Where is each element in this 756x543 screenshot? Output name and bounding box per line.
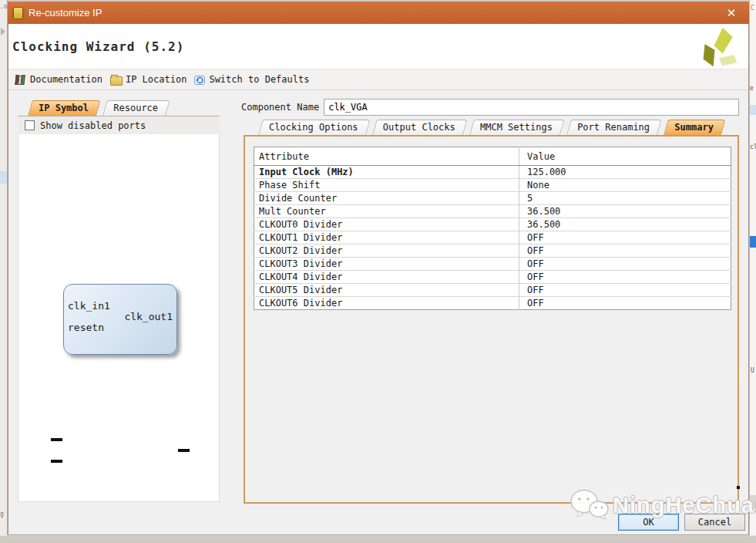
ip-symbol-canvas: clk_in1 resetn clk_out1 — [18, 134, 220, 502]
background-window-right-sliver: C e cl U — [749, 0, 756, 543]
tab-ip-symbol[interactable]: IP Symbol — [28, 100, 96, 116]
table-row[interactable]: CLKOUT0 Divider36.500 — [254, 218, 731, 231]
dialog-titlebar[interactable]: Re-customize IP ✕ — [8, 2, 749, 24]
show-disabled-ports-label: Show disabled ports — [40, 120, 146, 131]
bg-block-fragment — [750, 495, 756, 509]
folder-icon — [110, 76, 123, 86]
settings-tab-bar: Clocking Options Output Clocks MMCM Sett… — [258, 120, 722, 135]
show-disabled-ports-row: Show disabled ports — [18, 116, 220, 134]
dialog-title: Re-customize IP — [29, 7, 102, 19]
port-clk-out1: clk_out1 — [124, 311, 173, 322]
port-stub-resetn — [51, 460, 62, 463]
table-row[interactable]: Divide Counter5 — [254, 192, 731, 205]
cursor-dot — [737, 486, 740, 489]
table-row[interactable]: CLKOUT6 DividerOFF — [254, 297, 731, 310]
table-row[interactable]: Input Clock (MHz)125.000 — [254, 166, 731, 179]
left-tab-bar: IP Symbol Resource — [18, 100, 220, 116]
switch-to-defaults-label: Switch to Defaults — [209, 74, 309, 85]
ok-button[interactable]: OK — [618, 514, 679, 531]
refresh-icon — [194, 74, 206, 86]
tab-resource[interactable]: Resource — [102, 100, 166, 116]
table-row[interactable]: CLKOUT3 DividerOFF — [254, 258, 731, 271]
table-row[interactable]: CLKOUT1 DividerOFF — [254, 231, 731, 245]
recustomize-ip-dialog: Re-customize IP ✕ Clocking Wizard (5.2) … — [8, 2, 749, 535]
ip-chip-icon — [13, 7, 23, 19]
bg-text-fragment: C — [751, 5, 754, 12]
play-arrow-icon — [1, 28, 5, 35]
port-resetn: resetn — [68, 322, 104, 333]
bg-selected-row-fragment — [750, 236, 756, 248]
tab-summary[interactable]: Summary — [664, 120, 721, 135]
table-row[interactable]: CLKOUT2 DividerOFF — [254, 245, 731, 258]
documentation-label: Documentation — [30, 74, 102, 85]
column-header-attribute[interactable]: Attribute — [254, 147, 519, 166]
port-clk-in1: clk_in1 — [68, 300, 110, 312]
bg-text-fragment: e — [750, 85, 754, 92]
show-disabled-ports-checkbox[interactable] — [25, 120, 35, 130]
background-bottom-strip — [0, 535, 756, 543]
wizard-header: Clocking Wizard (5.2) — [8, 24, 748, 69]
summary-table: Attribute Value Input Clock (MHz)125.000… — [254, 147, 731, 310]
table-header-row: Attribute Value — [254, 147, 731, 166]
documentation-button[interactable]: Documentation — [14, 73, 104, 86]
toolbar: Documentation IP Location Switch to Defa… — [8, 69, 748, 90]
books-icon — [15, 74, 27, 85]
left-panel: IP Symbol Resource Show disabled ports c… — [18, 100, 220, 502]
tab-mmcm-settings[interactable]: MMCM Settings — [469, 120, 560, 135]
bg-text-fragment: .o — [0, 3, 8, 10]
ip-location-label: IP Location — [126, 74, 186, 85]
right-panel: Component Name Clocking Options Output C… — [241, 90, 739, 511]
bg-text-fragment: cl — [750, 143, 756, 150]
xilinx-logo-icon — [702, 28, 738, 68]
component-name-label: Component Name — [241, 102, 319, 113]
tab-output-clocks[interactable]: Output Clocks — [372, 120, 463, 135]
table-row[interactable]: Mult Counter36.500 — [254, 205, 731, 218]
tab-clocking-options[interactable]: Clocking Options — [258, 120, 366, 135]
background-window-left-sliver: .o g — [0, 0, 8, 535]
dialog-main: IP Symbol Resource Show disabled ports c… — [8, 90, 748, 511]
port-stub-clk-out1 — [178, 449, 190, 452]
bg-highlight-fragment — [750, 105, 756, 115]
ip-symbol-block: clk_in1 resetn clk_out1 — [63, 284, 177, 355]
component-name-row: Component Name — [241, 99, 739, 116]
bg-highlight-fragment — [0, 171, 7, 184]
table-row[interactable]: CLKOUT5 DividerOFF — [254, 284, 731, 297]
port-stub-clk-in1 — [51, 438, 62, 441]
screen: .o g C e cl U Re-customize IP ✕ Clocking… — [0, 0, 756, 543]
component-name-input[interactable] — [324, 99, 739, 116]
table-row[interactable]: CLKOUT4 DividerOFF — [254, 271, 731, 284]
cancel-button[interactable]: Cancel — [684, 514, 745, 531]
bg-text-fragment: U — [751, 367, 754, 374]
summary-panel: Attribute Value Input Clock (MHz)125.000… — [244, 135, 739, 504]
switch-to-defaults-button[interactable]: Switch to Defaults — [193, 73, 311, 87]
close-icon[interactable]: ✕ — [724, 5, 739, 21]
table-row[interactable]: Phase ShiftNone — [254, 179, 731, 192]
ip-location-button[interactable]: IP Location — [109, 73, 188, 87]
column-header-value[interactable]: Value — [519, 147, 731, 166]
wizard-title: Clocking Wizard (5.2) — [12, 39, 184, 54]
dialog-footer: OK Cancel — [8, 510, 748, 535]
bg-text-fragment: g — [0, 511, 4, 518]
tab-port-renaming[interactable]: Port Renaming — [566, 120, 657, 135]
